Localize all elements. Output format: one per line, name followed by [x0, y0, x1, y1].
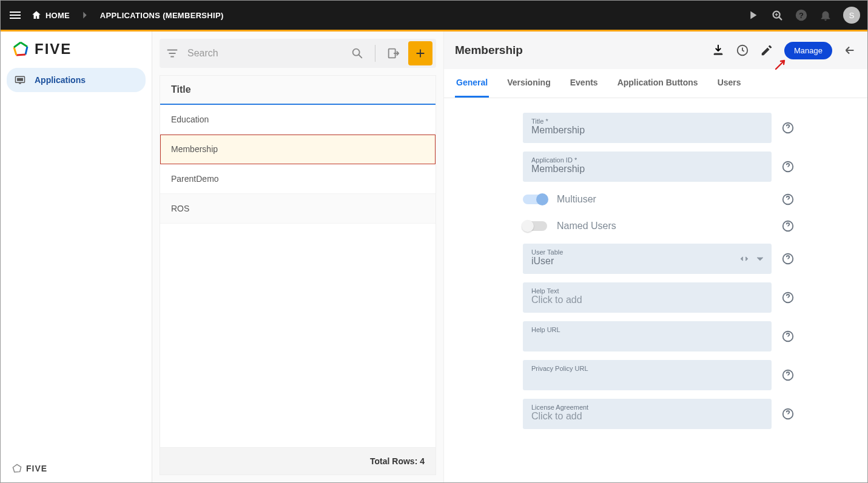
download-icon[interactable]	[712, 44, 725, 57]
annotation-arrow-icon	[773, 57, 788, 72]
search-bar	[160, 39, 436, 68]
tab-bar: General Versioning Events Application Bu…	[444, 69, 867, 98]
history-icon[interactable]	[736, 44, 749, 57]
code-icon[interactable]	[739, 253, 750, 264]
help-icon[interactable]	[781, 121, 795, 135]
appid-field[interactable]: Application ID * Membership	[523, 152, 772, 182]
namedusers-label: Named Users	[557, 221, 616, 232]
filter-icon[interactable]	[166, 47, 179, 60]
add-button[interactable]	[408, 41, 432, 65]
plus-icon	[414, 47, 427, 60]
footer-logo: FIVE	[1, 455, 152, 482]
avatar[interactable]: S	[843, 7, 860, 24]
help-icon[interactable]	[781, 160, 795, 173]
pencil-icon[interactable]	[760, 44, 773, 57]
import-icon[interactable]	[386, 47, 400, 60]
breadcrumb: APPLICATIONS (MEMBERSHIP)	[100, 11, 224, 20]
app-list: Title Education Membership ParentDemo RO…	[160, 75, 436, 475]
apps-icon	[14, 74, 26, 86]
chevron-right-icon	[78, 8, 92, 22]
table-row[interactable]: Education	[160, 105, 436, 135]
privacy-field[interactable]: Privacy Policy URL	[523, 360, 772, 390]
topbar: HOME APPLICATIONS (MEMBERSHIP) ? S	[1, 1, 867, 30]
list-panel: Title Education Membership ParentDemo RO…	[152, 32, 443, 482]
help-icon[interactable]	[781, 330, 795, 343]
home-label: HOME	[45, 11, 70, 20]
chevron-down-icon[interactable]	[755, 253, 765, 264]
page-title: Membership	[455, 44, 523, 57]
back-arrow-icon[interactable]	[843, 44, 856, 57]
brand-mark-small-icon	[12, 463, 22, 474]
help-circle-icon[interactable]: ?	[795, 8, 808, 22]
svg-rect-4	[17, 78, 23, 81]
help-icon[interactable]	[781, 407, 795, 421]
sidebar-item-label: Applications	[35, 75, 86, 85]
namedusers-toggle[interactable]	[523, 221, 547, 231]
form: Title * Membership Application ID * Memb…	[444, 98, 867, 482]
svg-text:?: ?	[799, 11, 804, 20]
table-row[interactable]: ROS	[160, 194, 436, 224]
detail-panel: Membership Manage General Versioning Eve…	[443, 32, 867, 482]
help-icon[interactable]	[781, 291, 795, 304]
svg-point-5	[353, 49, 360, 56]
table-row[interactable]: ParentDemo	[160, 164, 436, 194]
helpurl-field[interactable]: Help URL	[523, 321, 772, 351]
home-icon	[31, 10, 42, 21]
title-field[interactable]: Title * Membership	[523, 113, 772, 143]
hamburger-icon[interactable]	[8, 8, 22, 22]
help-icon[interactable]	[781, 252, 795, 265]
tab-general[interactable]: General	[455, 69, 489, 98]
brand-logo: FIVE	[1, 32, 152, 64]
help-icon[interactable]	[781, 219, 795, 233]
search-input[interactable]	[187, 48, 342, 59]
multiuser-label: Multiuser	[557, 194, 596, 205]
search-icon[interactable]	[351, 47, 364, 60]
table-row[interactable]: Membership	[160, 135, 436, 164]
column-header[interactable]: Title	[160, 76, 436, 105]
sidebar-item-applications[interactable]: Applications	[7, 68, 146, 92]
license-field[interactable]: License Agreement Click to add	[523, 399, 772, 429]
home-link[interactable]: HOME	[31, 10, 70, 21]
tab-events[interactable]: Events	[569, 69, 599, 98]
tab-app-buttons[interactable]: Application Buttons	[616, 69, 699, 98]
multiuser-toggle[interactable]	[523, 195, 547, 204]
sidebar: FIVE Applications FIVE	[1, 32, 152, 482]
tab-versioning[interactable]: Versioning	[506, 69, 552, 98]
help-icon[interactable]	[781, 368, 795, 382]
table-footer: Total Rows: 4	[160, 447, 436, 475]
play-icon[interactable]	[746, 8, 759, 22]
helptext-field[interactable]: Help Text Click to add	[523, 282, 772, 313]
detail-header: Membership Manage	[444, 32, 867, 69]
brand-mark-icon	[12, 40, 30, 58]
bell-icon[interactable]	[819, 8, 832, 22]
manage-button[interactable]: Manage	[784, 42, 832, 59]
tab-users[interactable]: Users	[716, 69, 742, 98]
help-icon[interactable]	[781, 193, 795, 206]
magnify-icon[interactable]	[770, 8, 784, 22]
usertable-field[interactable]: User Table iUser	[523, 244, 772, 274]
